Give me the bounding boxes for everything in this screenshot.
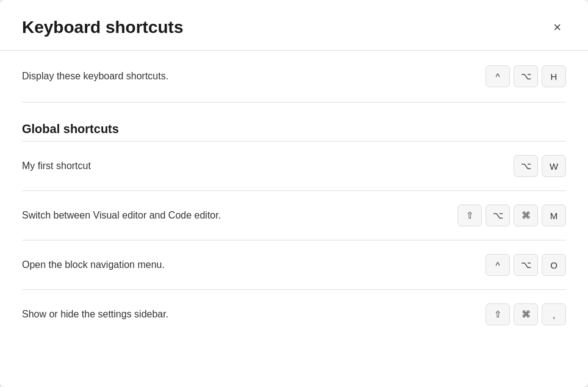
shortcut-row-1: Switch between Visual editor and Code ed…: [22, 190, 566, 240]
display-shortcut-keys: ^ ⌥ H: [486, 65, 566, 87]
modal-body: Display these keyboard shortcuts. ^ ⌥ H …: [0, 51, 588, 339]
modal-header: Keyboard shortcuts ×: [0, 0, 588, 51]
shortcut-label-0: My first shortcut: [22, 161, 91, 172]
display-shortcut-row: Display these keyboard shortcuts. ^ ⌥ H: [22, 51, 566, 103]
shortcut-row-2: Open the block navigation menu. ^ ⌥ O: [22, 240, 566, 289]
keyboard-shortcuts-modal: Keyboard shortcuts × Display these keybo…: [0, 0, 588, 387]
key-badge-alt: ⌥: [514, 65, 538, 87]
key-badge-alt-1: ⌥: [486, 204, 510, 226]
modal-title: Keyboard shortcuts: [22, 18, 184, 37]
shortcut-label-1: Switch between Visual editor and Code ed…: [22, 210, 221, 221]
close-button[interactable]: ×: [548, 17, 566, 38]
key-badge-h: H: [542, 65, 566, 87]
shortcut-keys-3: ⇧ ⌘ ,: [486, 303, 566, 325]
key-badge-alt-2: ⌥: [514, 254, 538, 276]
shortcut-keys-2: ^ ⌥ O: [486, 254, 566, 276]
shortcut-row-3: Show or hide the settings sidebar. ⇧ ⌘ ,: [22, 289, 566, 339]
key-badge-shift-3: ⇧: [486, 303, 510, 325]
key-badge-m-1: M: [542, 204, 566, 226]
shortcut-keys-1: ⇧ ⌥ ⌘ M: [457, 204, 566, 226]
key-badge-w-0: W: [542, 155, 566, 177]
key-badge-ctrl-2: ^: [486, 254, 510, 276]
key-badge-shift-1: ⇧: [457, 204, 482, 226]
global-shortcuts-title: Global shortcuts: [22, 103, 566, 141]
display-shortcut-label: Display these keyboard shortcuts.: [22, 71, 168, 82]
shortcut-keys-0: ⌥ W: [514, 155, 566, 177]
shortcut-label-3: Show or hide the settings sidebar.: [22, 309, 168, 320]
shortcut-row-0: My first shortcut ⌥ W: [22, 141, 566, 190]
key-badge-comma-3: ,: [542, 303, 566, 325]
key-badge-cmd-1: ⌘: [514, 204, 538, 226]
key-badge-ctrl: ^: [486, 65, 510, 87]
key-badge-cmd-3: ⌘: [514, 303, 538, 325]
shortcut-label-2: Open the block navigation menu.: [22, 259, 165, 270]
key-badge-alt-0: ⌥: [514, 155, 538, 177]
key-badge-o-2: O: [542, 254, 566, 276]
